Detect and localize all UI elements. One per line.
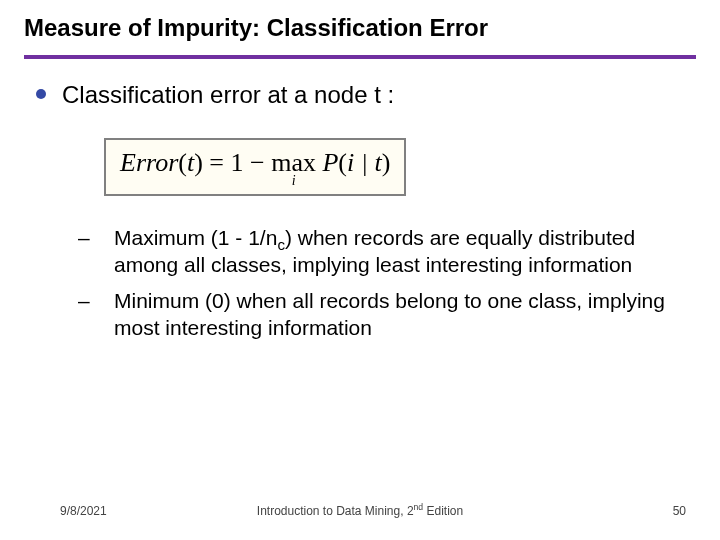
subbullet-2: –Minimum (0) when all records belong to … bbox=[96, 287, 684, 342]
formula-rparen: ) bbox=[194, 148, 203, 177]
footer-source-post: Edition bbox=[423, 504, 463, 518]
bullet-main: Classification error at a node t : bbox=[36, 80, 684, 110]
subbullet-1-pre: Maximum (1 - 1/n bbox=[114, 226, 277, 249]
subbullet-2-text: Minimum (0) when all records belong to o… bbox=[114, 289, 665, 339]
bullet-main-text: Classification error at a node t : bbox=[62, 80, 394, 110]
formula-fn: Error bbox=[120, 148, 178, 177]
formula-p-rparen: ) bbox=[382, 148, 391, 177]
dash-icon: – bbox=[96, 224, 114, 251]
title-underline bbox=[24, 55, 696, 59]
dash-icon: – bbox=[96, 287, 114, 314]
slide-body: Classification error at a node t : Error… bbox=[36, 80, 684, 349]
footer-source-sup: nd bbox=[414, 502, 424, 512]
bullet-icon bbox=[36, 89, 46, 99]
footer-source: Introduction to Data Mining, 2nd Edition bbox=[0, 504, 720, 518]
formula-p-inner: i | t bbox=[347, 148, 382, 177]
subbullet-1: –Maximum (1 - 1/nc) when records are equ… bbox=[96, 224, 684, 279]
formula-max: maxi bbox=[271, 150, 316, 188]
formula-container: Error(t) = 1 − maxi P(i | t) bbox=[104, 138, 684, 196]
slide-title: Measure of Impurity: Classification Erro… bbox=[24, 14, 696, 42]
formula-p: P bbox=[316, 148, 338, 177]
slide: Measure of Impurity: Classification Erro… bbox=[0, 0, 720, 540]
footer-source-pre: Introduction to Data Mining, 2 bbox=[257, 504, 414, 518]
formula-lparen: ( bbox=[178, 148, 187, 177]
footer-page-number: 50 bbox=[673, 504, 686, 518]
formula-eq: = 1 − bbox=[203, 148, 271, 177]
formula-box: Error(t) = 1 − maxi P(i | t) bbox=[104, 138, 406, 196]
formula-p-lparen: ( bbox=[338, 148, 347, 177]
subbullet-1-sub: c bbox=[277, 236, 285, 253]
